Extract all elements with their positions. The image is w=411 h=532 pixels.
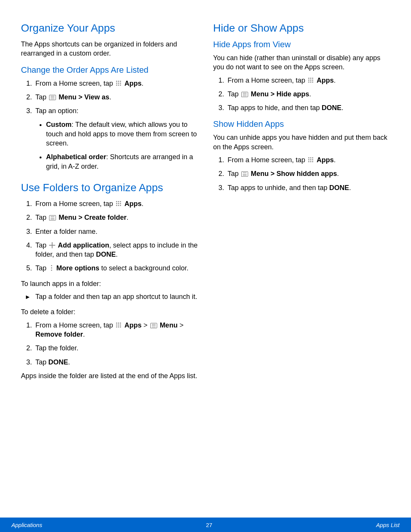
change-order-steps: From a Home screen, tap Apps. Tap Menu >… <box>21 79 198 171</box>
heading-organize-apps: Organize Your Apps <box>21 22 198 34</box>
step: Tap apps to unhide, and then tap DONE. <box>226 183 390 192</box>
step: From a Home screen, tap Apps. <box>226 76 390 85</box>
step: Tap Menu > Create folder. <box>34 213 198 222</box>
plus-icon <box>49 242 55 248</box>
apps-icon <box>116 80 122 86</box>
heading-hide-view: Hide Apps from View <box>213 40 390 50</box>
menu-icon <box>241 92 248 97</box>
right-column: Hide or Show Apps Hide Apps from View Yo… <box>213 19 390 384</box>
page-footer: Applications 27 Apps List <box>0 518 411 532</box>
list-item: Tap a folder and then tap an app shortcu… <box>25 292 198 301</box>
step: Tap Add application, select apps to incl… <box>34 241 198 259</box>
option-list: Custom: The default view, which allows y… <box>35 120 198 171</box>
launch-steps: Tap a folder and then tap an app shortcu… <box>21 292 198 301</box>
step: Tap Menu > Hide apps. <box>226 89 390 99</box>
delete-intro: To delete a folder: <box>21 307 198 316</box>
step: Tap the folder. <box>34 343 198 353</box>
step: Tap More options to select a background … <box>34 264 198 273</box>
heading-show-hidden: Show Hidden Apps <box>213 119 390 129</box>
apps-icon <box>308 157 314 163</box>
folder-steps: From a Home screen, tap Apps. Tap Menu >… <box>21 199 198 273</box>
hide-steps: From a Home screen, tap Apps. Tap Menu >… <box>213 76 390 113</box>
menu-icon <box>150 323 157 328</box>
delete-steps: From a Home screen, tap Apps > Menu > Re… <box>21 321 198 367</box>
left-column: Organize Your Apps The Apps shortcuts ca… <box>21 19 198 384</box>
show-steps: From a Home screen, tap Apps. Tap Menu >… <box>213 155 390 192</box>
heading-use-folders: Use Folders to Organize Apps <box>21 182 198 194</box>
footer-left: Applications <box>11 522 42 528</box>
apps-icon <box>116 201 122 207</box>
list-item: Alphabetical order: Shortcuts are arrang… <box>46 152 198 171</box>
list-item: Custom: The default view, which allows y… <box>46 120 198 148</box>
step: From a Home screen, tap Apps. <box>34 79 198 88</box>
menu-icon <box>49 215 56 220</box>
footer-right: Apps List <box>376 522 400 528</box>
heading-hide-show: Hide or Show Apps <box>213 22 390 34</box>
menu-icon <box>241 171 248 177</box>
apps-icon <box>116 322 122 328</box>
apps-icon <box>308 77 314 83</box>
step: Tap an option: Custom: The default view,… <box>34 106 198 171</box>
show-intro: You can unhide apps you have hidden and … <box>213 133 390 152</box>
step: From a Home screen, tap Apps. <box>34 199 198 208</box>
more-options-icon <box>50 265 53 271</box>
organize-intro: The Apps shortcuts can be organized in f… <box>21 40 198 58</box>
step: Tap apps to hide, and then tap DONE. <box>226 103 390 112</box>
step: Tap Menu > View as. <box>34 93 198 102</box>
page-content: Organize Your Apps The Apps shortcuts ca… <box>0 0 411 384</box>
step: Tap DONE. <box>34 358 198 367</box>
step: From a Home screen, tap Apps > Menu > Re… <box>34 321 198 339</box>
step: Tap Menu > Show hidden apps. <box>226 169 390 178</box>
delete-note: Apps inside the folder are listed at the… <box>21 371 198 380</box>
page-number: 27 <box>206 522 212 528</box>
hide-intro: You can hide (rather than uninstall or d… <box>213 53 390 72</box>
heading-change-order: Change the Order Apps Are Listed <box>21 65 198 75</box>
step: From a Home screen, tap Apps. <box>226 155 390 165</box>
launch-intro: To launch apps in a folder: <box>21 279 198 288</box>
menu-icon <box>49 95 56 100</box>
step: Enter a folder name. <box>34 227 198 236</box>
